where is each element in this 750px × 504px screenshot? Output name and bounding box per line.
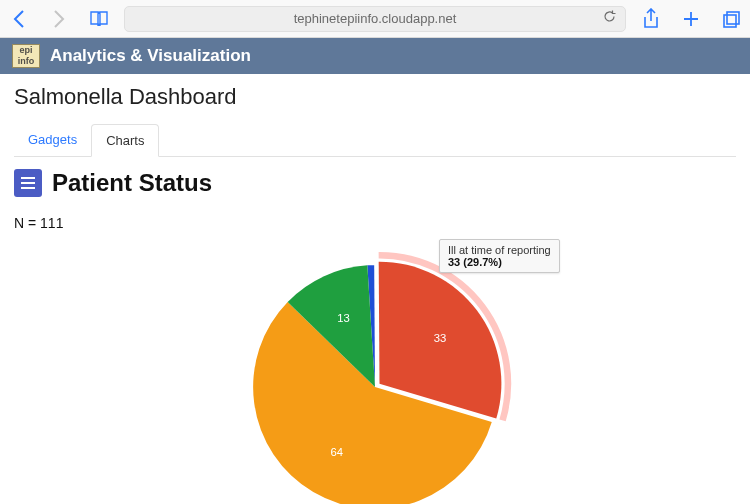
pie-chart: 336413 Ill at time of reporting 33 (29.7…	[14, 231, 736, 504]
app-logo: epiinfo	[12, 44, 40, 68]
tab-bar: Gadgets Charts	[14, 124, 736, 157]
forward-icon[interactable]	[48, 8, 70, 30]
slice-value-label: 64	[330, 446, 343, 458]
svg-rect-1	[727, 12, 739, 24]
share-icon[interactable]	[640, 8, 662, 30]
svg-rect-0	[724, 15, 736, 27]
tabs-icon[interactable]	[720, 8, 742, 30]
tab-charts[interactable]: Charts	[91, 124, 159, 157]
dashboard-title: Salmonella Dashboard	[14, 84, 736, 110]
tooltip-label: Ill at time of reporting	[448, 244, 551, 256]
browser-toolbar: tephinetepiinfo.cloudapp.net	[0, 0, 750, 38]
url-bar[interactable]: tephinetepiinfo.cloudapp.net	[124, 6, 626, 32]
page-content: Salmonella Dashboard Gadgets Charts Pati…	[0, 74, 750, 504]
back-icon[interactable]	[8, 8, 30, 30]
section-title: Patient Status	[52, 169, 212, 197]
slice-value-label: 13	[337, 312, 350, 324]
tab-gadgets[interactable]: Gadgets	[14, 124, 91, 156]
section-menu-icon[interactable]	[14, 169, 42, 197]
new-tab-icon[interactable]	[680, 8, 702, 30]
reload-icon[interactable]	[602, 9, 617, 28]
app-banner: epiinfo Analytics & Visualization	[0, 38, 750, 74]
bookmarks-icon[interactable]	[88, 8, 110, 30]
chart-tooltip: Ill at time of reporting 33 (29.7%)	[439, 239, 560, 273]
tooltip-value: 33 (29.7%)	[448, 256, 551, 268]
n-label: N = 111	[14, 215, 736, 231]
slice-value-label: 33	[434, 332, 447, 344]
banner-title: Analytics & Visualization	[50, 46, 251, 66]
url-text: tephinetepiinfo.cloudapp.net	[294, 11, 457, 26]
